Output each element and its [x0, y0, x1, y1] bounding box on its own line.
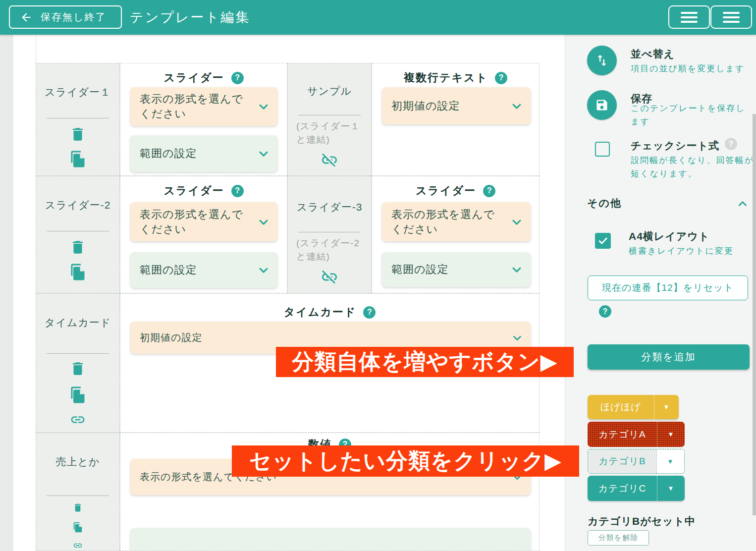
- help-icon[interactable]: ?: [363, 306, 376, 319]
- checksheet-checkbox[interactable]: [595, 142, 610, 157]
- settings-sidebar: 並べ替え 項目の並び順を変更します 保存 このテンプレートを保存します チェック…: [565, 35, 756, 551]
- help-icon[interactable]: ?: [495, 72, 507, 84]
- item-cell-sales: 売上とか: [36, 433, 120, 551]
- sort-title: 並べ替え: [631, 47, 675, 61]
- item-cell-timecard: タイムカード: [36, 293, 120, 433]
- initial-value-dropdown[interactable]: 初期値の設定: [382, 87, 531, 124]
- category-set-status: カテゴリBがセット中: [588, 514, 696, 528]
- others-section-header: その他: [587, 196, 622, 210]
- sort-button[interactable]: [587, 46, 617, 75]
- scrollbar-thumb[interactable]: [753, 114, 756, 515]
- back-arrow-icon: [20, 11, 33, 24]
- menu-button-primary[interactable]: [668, 5, 710, 29]
- config-cell-slider2: スライダー ? 表示の形式を選んでください 範囲の設定: [120, 176, 287, 293]
- save-button[interactable]: [587, 90, 617, 120]
- category-label: ほげほげ: [588, 395, 654, 419]
- annotation-set-category-banner: セットしたい分類をクリック▶: [232, 445, 579, 477]
- clear-category-button[interactable]: 分類を解除: [588, 530, 649, 546]
- copy-icon[interactable]: [69, 263, 87, 281]
- display-format-dropdown[interactable]: 表示の形式を選んでください: [130, 202, 277, 241]
- category-button-hogehoge[interactable]: ほげほげ ▼: [588, 395, 679, 419]
- cell-type-title: スライダー: [416, 183, 476, 198]
- reset-sequence-button[interactable]: 現在の連番【12】をリセット: [588, 276, 748, 300]
- add-category-button[interactable]: 分類を追加: [588, 344, 750, 370]
- dropdown-label: 表示の形式を選んでください: [140, 92, 246, 121]
- cell-type-title: スライダー: [163, 183, 224, 198]
- item-cell-slider1: スライダー１: [36, 63, 120, 176]
- link-icon[interactable]: [70, 412, 86, 428]
- copy-icon[interactable]: [69, 386, 87, 404]
- category-button-b[interactable]: カテゴリB ▼: [588, 449, 685, 474]
- help-icon[interactable]: ?: [231, 185, 244, 197]
- copy-icon[interactable]: [69, 522, 87, 533]
- chevron-down-icon: [511, 331, 524, 344]
- dropdown-arrow-icon[interactable]: ▼: [657, 422, 685, 447]
- item-cell-slider2: スライダー-2: [36, 176, 120, 293]
- check-icon: [597, 235, 608, 246]
- item-label: スライダー-3: [297, 200, 363, 214]
- save-icon: [595, 98, 609, 112]
- category-button-c[interactable]: カテゴリC ▼: [588, 476, 685, 501]
- unlink-icon[interactable]: [321, 268, 338, 286]
- sort-icon: [594, 53, 609, 68]
- item-label: スライダー-2: [45, 198, 111, 212]
- category-label: カテゴリA: [588, 422, 657, 447]
- chevron-down-icon: [510, 263, 524, 276]
- category-label: カテゴリC: [588, 476, 657, 501]
- trash-icon[interactable]: [69, 360, 86, 377]
- link-icon[interactable]: [70, 541, 86, 551]
- divider: [47, 231, 109, 231]
- unlink-icon[interactable]: [321, 151, 338, 169]
- range-setting-dropdown[interactable]: [130, 528, 531, 551]
- divider: [47, 118, 109, 118]
- dropdown-arrow-icon[interactable]: ▼: [657, 476, 685, 501]
- divider: [298, 115, 361, 115]
- category-button-a[interactable]: カテゴリA ▼: [588, 422, 685, 447]
- display-format-dropdown[interactable]: 表示の形式を選んでください: [130, 87, 277, 126]
- sort-subtitle: 項目の並び順を変更します: [631, 62, 756, 75]
- dropdown-label: 範囲の設定: [140, 146, 197, 161]
- item-cell-slider3: スライダー-3 (スライダー-2と連結): [287, 176, 372, 293]
- back-button-label: 保存無し終了: [41, 10, 106, 24]
- chevron-down-icon: [257, 215, 270, 229]
- config-cell-multiline-text: 複数行テキスト ? 初期値の設定: [372, 63, 540, 176]
- range-setting-dropdown[interactable]: 範囲の設定: [130, 252, 277, 288]
- checksheet-subtitle: 設問幅が長くなり、回答幅が短くなります。: [631, 154, 755, 180]
- config-cell-slider3: スライダー ? 表示の形式を選んでください 範囲の設定: [372, 176, 540, 293]
- range-setting-dropdown[interactable]: 範囲の設定: [382, 252, 531, 287]
- chevron-down-icon: [257, 100, 270, 113]
- trash-icon[interactable]: [69, 126, 86, 143]
- item-label: 売上とか: [56, 455, 100, 469]
- display-format-dropdown[interactable]: 表示の形式を選んでください: [382, 202, 531, 241]
- item-cell-sample: サンプル (スライダー１と連結): [287, 63, 372, 176]
- trash-icon[interactable]: [69, 239, 86, 256]
- trash-icon[interactable]: [69, 502, 86, 513]
- a4-layout-subtitle: 横書きレイアウトに変更: [629, 244, 755, 258]
- cell-type-title: スライダー: [163, 70, 224, 85]
- exit-without-save-button[interactable]: 保存無し終了: [9, 5, 122, 29]
- canvas-left-edge: [36, 37, 36, 63]
- cell-type-title: タイムカード: [284, 305, 357, 320]
- linked-note: (スライダー-2と連結): [296, 236, 363, 263]
- range-setting-dropdown[interactable]: 範囲の設定: [130, 135, 277, 172]
- item-label: タイムカード: [45, 316, 111, 330]
- help-icon[interactable]: ?: [599, 305, 611, 318]
- menu-button-secondary[interactable]: [710, 5, 752, 29]
- dropdown-label: 範囲の設定: [391, 262, 449, 277]
- category-label: カテゴリB: [588, 449, 656, 473]
- a4-layout-checkbox[interactable]: [595, 233, 611, 249]
- dropdown-arrow-icon[interactable]: ▼: [654, 395, 679, 419]
- dropdown-arrow-icon[interactable]: ▼: [656, 449, 684, 473]
- help-icon[interactable]: ?: [725, 138, 737, 150]
- config-cell-slider: スライダー ? 表示の形式を選んでください 範囲の設定: [120, 63, 287, 176]
- dropdown-label: 範囲の設定: [140, 263, 197, 277]
- help-icon[interactable]: ?: [483, 185, 495, 197]
- page-title: テンプレート編集: [130, 0, 250, 35]
- annotation-add-category-banner: 分類自体を増やすボタン▶: [276, 347, 574, 377]
- save-subtitle: このテンプレートを保存します: [631, 102, 755, 128]
- help-icon[interactable]: ?: [231, 72, 244, 84]
- item-label: サンプル: [307, 84, 352, 98]
- copy-icon[interactable]: [69, 150, 87, 168]
- dropdown-label: 初期値の設定: [391, 99, 460, 113]
- chevron-up-icon[interactable]: [736, 197, 749, 210]
